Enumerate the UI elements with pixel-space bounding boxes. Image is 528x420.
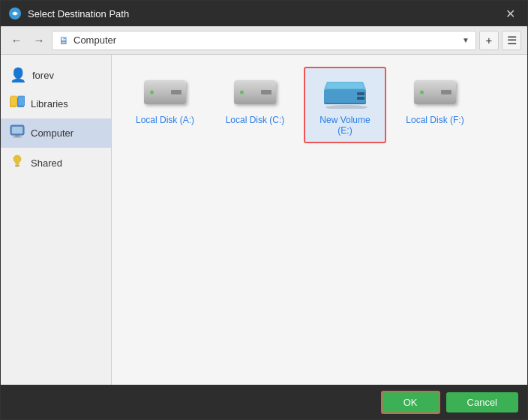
svg-rect-9	[13, 136, 22, 138]
sidebar: 👤 forev Libraries	[1, 55, 112, 385]
content-area: Local Disk (A:) Local Disk (C:)	[112, 55, 527, 385]
sidebar-item-libraries[interactable]: Libraries	[1, 89, 111, 118]
svg-rect-19	[357, 97, 364, 100]
svg-point-1	[14, 12, 16, 15]
ok-button[interactable]: OK	[381, 391, 440, 414]
sidebar-item-shared[interactable]: Shared	[1, 148, 111, 178]
cancel-button[interactable]: Cancel	[446, 392, 518, 412]
svg-marker-17	[326, 83, 364, 88]
dialog-footer: OK Cancel	[1, 385, 527, 419]
sidebar-label-libraries: Libraries	[31, 98, 68, 110]
back-button[interactable]: ←	[7, 31, 26, 50]
hdd-icon-c	[234, 80, 276, 104]
disk-c-label: Local Disk (C:)	[226, 115, 285, 125]
main-area: 👤 forev Libraries	[1, 55, 527, 385]
address-computer-icon: 🖥	[58, 34, 69, 46]
svg-rect-3	[10, 96, 17, 106]
new-folder-button[interactable]: +	[479, 31, 499, 50]
file-grid: Local Disk (A:) Local Disk (C:)	[124, 67, 515, 143]
dialog-title: Select Destination Path	[28, 8, 500, 20]
address-dropdown-icon[interactable]: ▼	[462, 36, 470, 44]
disk-c-icon-wrapper	[231, 74, 279, 110]
file-item-disk-e[interactable]: New Volume (E:)	[304, 67, 386, 143]
disk-e-label: New Volume (E:)	[311, 115, 379, 136]
address-bar[interactable]: 🖥 Computer ▼	[52, 31, 476, 50]
sidebar-item-forev[interactable]: 👤 forev	[1, 61, 111, 89]
file-item-disk-f[interactable]: Local Disk (F:)	[394, 67, 476, 143]
dialog-icon	[8, 7, 22, 20]
hdd-icon-a	[144, 80, 186, 104]
disk-e-icon-wrapper	[321, 74, 369, 110]
libraries-icon	[10, 95, 25, 112]
file-item-disk-c[interactable]: Local Disk (C:)	[214, 67, 296, 143]
svg-rect-18	[357, 92, 364, 95]
select-destination-dialog: Select Destination Path ✕ ← → 🖥 Computer…	[0, 0, 528, 420]
svg-rect-7	[12, 127, 22, 134]
title-bar: Select Destination Path ✕	[1, 1, 527, 26]
user-icon: 👤	[10, 67, 26, 83]
shared-icon	[10, 154, 25, 172]
view-icon: ☰	[507, 34, 517, 47]
svg-rect-8	[15, 135, 20, 136]
sidebar-item-computer[interactable]: Computer	[1, 118, 111, 148]
toolbar: ← → 🖥 Computer ▼ + ☰	[1, 26, 527, 55]
disk-f-icon-wrapper	[411, 74, 459, 110]
close-button[interactable]: ✕	[500, 4, 520, 23]
svg-point-10	[14, 155, 21, 163]
svg-rect-5	[18, 96, 25, 106]
disk-a-icon-wrapper	[141, 74, 189, 110]
svg-rect-15	[324, 89, 366, 103]
sidebar-label-shared: Shared	[31, 158, 62, 169]
file-item-disk-a[interactable]: Local Disk (A:)	[124, 67, 206, 143]
svg-point-13	[326, 105, 368, 109]
ssd-icon-e	[321, 76, 369, 109]
computer-icon	[10, 124, 25, 142]
address-text: Computer	[74, 34, 116, 46]
sidebar-label-computer: Computer	[31, 128, 74, 139]
disk-f-label: Local Disk (F:)	[406, 115, 464, 125]
disk-a-label: Local Disk (A:)	[136, 115, 194, 125]
new-folder-icon: +	[486, 34, 493, 46]
hdd-icon-f	[414, 80, 456, 104]
sidebar-label-forev: forev	[32, 70, 54, 81]
forward-button[interactable]: →	[29, 31, 49, 50]
view-button[interactable]: ☰	[502, 31, 521, 50]
